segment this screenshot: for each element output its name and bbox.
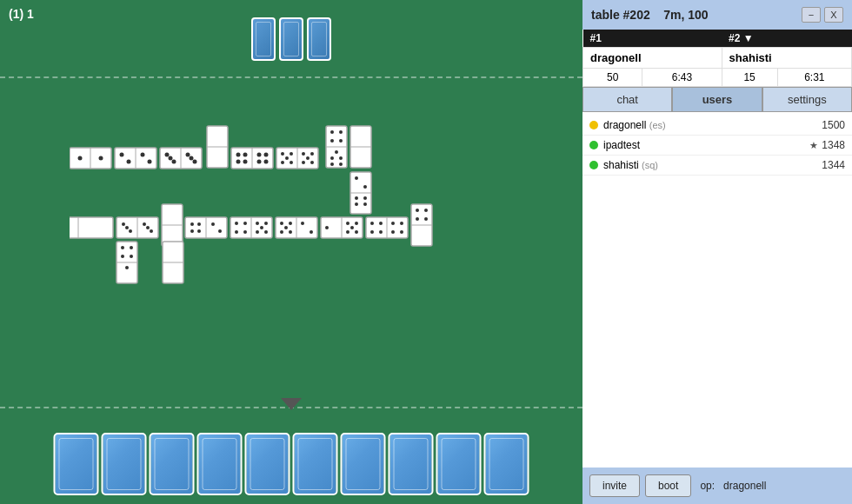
- user-name: shahisti (sq): [603, 159, 818, 171]
- svg-point-79: [197, 229, 201, 233]
- player-card[interactable]: [293, 433, 338, 495]
- svg-point-60: [363, 202, 367, 206]
- score-table: #1 #2 ▼ dragonell shahisti 50 6:43 15 6:…: [582, 30, 852, 87]
- svg-point-50: [339, 156, 343, 160]
- user-row: ipadtest★1348: [582, 136, 852, 156]
- svg-point-106: [325, 226, 329, 229]
- svg-point-8: [141, 153, 145, 157]
- svg-point-91: [264, 222, 268, 225]
- svg-point-37: [302, 152, 305, 156]
- user-row: dragonell (es)1500: [582, 116, 852, 136]
- svg-point-71: [143, 222, 146, 226]
- svg-point-134: [125, 266, 129, 269]
- op-value: dragonell: [723, 480, 766, 492]
- svg-point-111: [355, 230, 358, 234]
- svg-point-118: [391, 222, 395, 225]
- svg-point-108: [355, 222, 358, 225]
- svg-point-59: [355, 202, 358, 206]
- svg-point-89: [243, 230, 247, 234]
- svg-point-39: [306, 156, 310, 160]
- user-status-indicator: [589, 161, 598, 169]
- svg-point-57: [355, 176, 358, 180]
- player-card[interactable]: [436, 433, 482, 495]
- svg-point-119: [400, 222, 403, 225]
- header-buttons: − X: [802, 7, 843, 23]
- svg-point-24: [236, 160, 241, 164]
- player-card[interactable]: [484, 433, 529, 495]
- svg-point-49: [330, 156, 334, 160]
- svg-rect-63: [70, 217, 113, 238]
- svg-point-126: [416, 217, 419, 221]
- svg-point-70: [125, 226, 129, 229]
- svg-point-12: [165, 153, 170, 157]
- user-status-indicator: [589, 141, 598, 149]
- game-title: (1) 1: [9, 7, 34, 21]
- user-star-icon: ★: [809, 140, 818, 151]
- svg-point-7: [127, 160, 131, 164]
- svg-point-115: [379, 222, 383, 225]
- svg-point-15: [186, 153, 190, 157]
- op-label: op:: [700, 480, 715, 492]
- turn-indicator-arrow: [281, 398, 302, 410]
- close-button[interactable]: X: [824, 7, 843, 23]
- svg-point-109: [350, 226, 354, 229]
- svg-point-127: [424, 217, 428, 221]
- svg-point-93: [256, 230, 259, 234]
- svg-point-73: [146, 226, 150, 229]
- svg-point-107: [346, 222, 349, 225]
- svg-point-46: [330, 139, 334, 143]
- svg-point-86: [235, 222, 238, 225]
- svg-point-82: [211, 222, 215, 226]
- svg-point-25: [243, 153, 248, 157]
- svg-point-99: [284, 226, 288, 229]
- svg-point-100: [280, 230, 283, 234]
- tab-settings[interactable]: settings: [762, 87, 852, 111]
- svg-point-69: [129, 229, 132, 233]
- tab-chat[interactable]: chat: [582, 87, 672, 111]
- svg-point-103: [310, 230, 313, 234]
- svg-point-78: [190, 222, 194, 226]
- player-card[interactable]: [341, 433, 386, 495]
- svg-point-38: [310, 152, 314, 156]
- svg-point-32: [281, 152, 284, 156]
- svg-point-87: [243, 222, 247, 225]
- minimize-button[interactable]: −: [802, 7, 821, 23]
- player-card[interactable]: [54, 433, 99, 495]
- svg-point-17: [190, 156, 194, 161]
- player-card[interactable]: [245, 433, 290, 495]
- tabs: chat users settings: [582, 87, 852, 112]
- player-card[interactable]: [197, 433, 243, 495]
- svg-point-110: [346, 230, 349, 234]
- game-area: (1) 1: [0, 0, 582, 504]
- opponent-card: [251, 17, 276, 61]
- boot-button[interactable]: boot: [645, 474, 691, 497]
- svg-point-34: [285, 156, 289, 160]
- player-card[interactable]: [150, 433, 195, 495]
- svg-point-22: [236, 153, 241, 157]
- player-card[interactable]: [102, 433, 147, 495]
- user-name: dragonell (es): [603, 119, 818, 131]
- svg-point-133: [130, 255, 133, 258]
- top-hand: [251, 17, 331, 61]
- svg-point-97: [280, 222, 283, 225]
- table-number: table #202: [591, 8, 650, 22]
- invite-button[interactable]: invite: [589, 474, 640, 497]
- tab-users[interactable]: users: [672, 87, 762, 111]
- player-hand[interactable]: [54, 433, 529, 495]
- domino-board: [70, 122, 565, 313]
- svg-point-121: [400, 230, 403, 234]
- svg-point-80: [190, 229, 194, 233]
- opponent-card: [307, 17, 331, 61]
- player-card[interactable]: [389, 433, 434, 495]
- svg-point-16: [193, 160, 197, 164]
- svg-point-117: [379, 230, 383, 234]
- svg-point-52: [339, 162, 343, 166]
- svg-point-2: [78, 156, 83, 161]
- svg-point-88: [235, 230, 238, 234]
- svg-point-40: [302, 161, 305, 164]
- svg-point-116: [370, 230, 374, 234]
- svg-point-62: [363, 196, 367, 200]
- svg-point-90: [256, 222, 259, 225]
- svg-point-58: [363, 185, 367, 189]
- table-title: table #202 7m, 100: [591, 8, 709, 22]
